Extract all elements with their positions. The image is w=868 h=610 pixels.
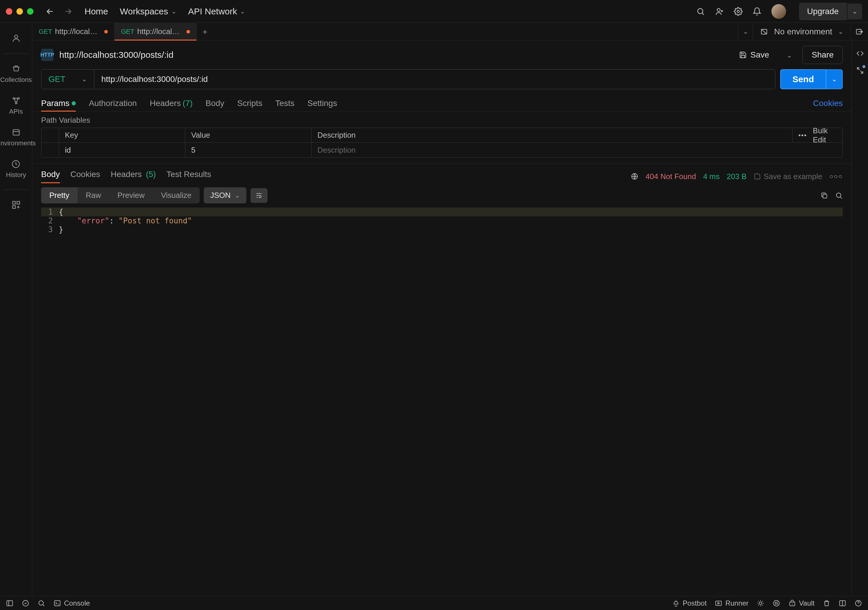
footer-vault[interactable]: Vault [789,599,815,607]
view-pretty[interactable]: Pretty [41,187,78,203]
footer-trash-icon[interactable] [823,599,831,607]
kv-desc-cell[interactable] [312,142,842,157]
sidebar-item-apis[interactable]: APIs [8,91,24,120]
description-input[interactable] [318,146,837,155]
tab-settings[interactable]: Settings [307,95,337,111]
tab-scripts[interactable]: Scripts [237,95,262,111]
cookies-link[interactable]: Cookies [813,99,843,108]
request-title[interactable]: http://localhost:3000/posts/:id [59,50,726,60]
resp-tab-body[interactable]: Body [41,170,60,183]
upgrade-group: Upgrade ⌄ [799,3,862,20]
view-preview[interactable]: Preview [109,187,153,203]
maximize-window-button[interactable] [27,8,34,15]
request-area: HTTP http://localhost:3000/posts/:id Sav… [32,40,852,596]
expand-icon[interactable] [856,67,864,74]
kv-value-cell[interactable]: 5 [185,142,312,157]
bulk-edit-link[interactable]: Bulk Edit [813,128,837,144]
svg-point-4 [13,98,14,99]
format-selector[interactable]: JSON ⌄ [204,187,246,203]
send-options[interactable]: ⌄ [826,69,843,89]
upgrade-chevron[interactable]: ⌄ [848,3,862,19]
svg-point-23 [773,600,779,606]
more-icon[interactable]: ••• [798,132,807,139]
response-more[interactable]: ○○○ [829,173,843,180]
drag-handle[interactable] [42,142,59,157]
save-options[interactable]: ⌄ [782,46,797,64]
tab-body[interactable]: Body [206,95,224,111]
svg-point-24 [775,602,776,603]
environment-label: No environment [774,27,832,36]
resp-tab-cookies[interactable]: Cookies [70,170,100,183]
copy-response-icon[interactable] [820,192,828,199]
response-body[interactable]: 1{ 2 "error": "Post not found" 3} [32,207,852,596]
footer-panel-icon[interactable] [6,599,14,607]
footer-postbot[interactable]: Postbot [672,599,707,607]
search-response-icon[interactable] [835,192,843,199]
wrap-lines-button[interactable] [251,188,268,203]
environment-selector[interactable]: No environment ⌄ [753,23,850,40]
right-sidebar [852,40,868,596]
label: Save as example [764,172,822,181]
svg-point-0 [698,9,703,14]
resp-tab-headers[interactable]: Headers (5) [111,170,156,183]
search-icon[interactable] [696,7,705,16]
minimize-window-button[interactable] [16,8,23,15]
tab-params[interactable]: Params [41,95,76,111]
upgrade-button[interactable]: Upgrade [799,3,847,20]
label: Headers [111,170,142,179]
chevron-down-icon: ⌄ [240,8,245,15]
environment-quick-look[interactable] [850,23,868,40]
tab-method: GET [121,28,134,36]
sidebar-item-add[interactable] [10,195,22,214]
primary-sidebar: Collections APIs Environments History [0,23,32,596]
code-icon[interactable] [856,49,864,57]
resp-tab-test-results[interactable]: Test Results [166,170,211,183]
footer-runner[interactable]: Runner [715,599,749,607]
settings-icon[interactable] [734,7,742,16]
new-tab-button[interactable]: ＋ [197,23,213,40]
headers-count: (7) [183,99,193,108]
nav-home[interactable]: Home [85,6,108,16]
sidebar-item-history[interactable]: History [5,155,27,183]
footer-cookies-icon[interactable] [773,599,780,607]
invite-icon[interactable] [715,7,724,16]
method-selector[interactable]: GET ⌄ [42,70,94,89]
footer-capture-icon[interactable] [757,599,764,607]
forward-button[interactable] [64,7,73,16]
footer-layout-icon[interactable] [839,599,846,607]
notifications-icon[interactable] [753,7,761,16]
kv-key-cell[interactable]: id [59,142,185,157]
request-tab[interactable]: GET http://localhost:3000/p [32,23,115,40]
back-button[interactable] [45,7,54,16]
share-button[interactable]: Share [803,46,843,64]
footer-sync-icon[interactable] [22,599,29,607]
tab-tests[interactable]: Tests [275,95,294,111]
save-button[interactable]: Save [732,46,776,64]
svg-rect-17 [7,601,12,605]
sidebar-item-collections[interactable]: Collections [0,60,33,88]
tab-headers[interactable]: Headers (7) [150,95,193,111]
view-toggle: Pretty Raw Preview Visualize [41,187,200,203]
nav-workspaces[interactable]: Workspaces⌄ [120,6,177,16]
url-input[interactable] [94,70,775,89]
response-tabs: Body Cookies Headers (5) Test Results 40… [32,164,852,183]
request-tab[interactable]: GET http://localhost:3000/p [115,23,197,40]
sidebar-item-environments[interactable]: Environments [0,123,37,152]
nav-workspaces-label: Workspaces [120,6,168,16]
globe-icon[interactable] [631,173,639,180]
response-meta: 404 Not Found 4 ms 203 B Save as example… [631,172,843,181]
footer-search-icon[interactable] [37,599,45,607]
footer-help-icon[interactable] [854,599,862,607]
save-as-example[interactable]: Save as example [754,172,822,181]
request-row: HTTP http://localhost:3000/posts/:id Sav… [32,40,868,596]
view-raw[interactable]: Raw [78,187,109,203]
sidebar-item-user[interactable] [10,29,22,48]
view-visualize[interactable]: Visualize [153,187,200,203]
send-button[interactable]: Send [780,69,826,89]
user-avatar[interactable] [771,4,786,19]
close-window-button[interactable] [6,8,12,15]
tab-authorization[interactable]: Authorization [89,95,136,111]
tabs-overflow[interactable]: ⌄ [738,23,753,40]
footer-console[interactable]: Console [53,599,90,607]
nav-api-network[interactable]: API Network⌄ [188,6,245,16]
